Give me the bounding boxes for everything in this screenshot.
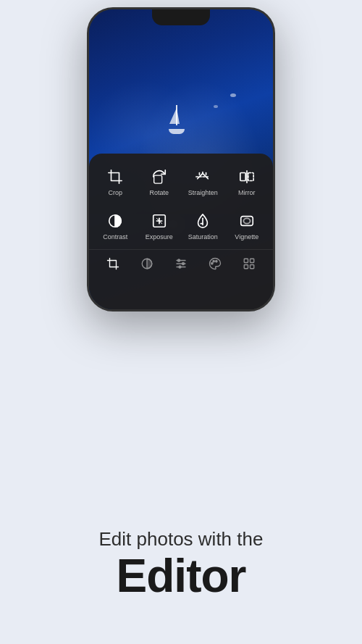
contrast-tool[interactable]: Contrast	[93, 205, 138, 246]
crop-tool[interactable]: Crop	[93, 161, 138, 202]
svg-rect-0	[153, 175, 161, 183]
nav-filters[interactable]	[139, 256, 155, 272]
rotate-tool[interactable]: Rotate	[138, 161, 182, 202]
phone-wrapper: Crop Rotate	[87, 7, 275, 311]
phone-screen: Crop Rotate	[89, 9, 273, 309]
vignette-tool[interactable]: Vignette	[225, 205, 269, 246]
phone-notch	[152, 9, 210, 25]
nav-adjust[interactable]	[173, 256, 189, 272]
tools-row-1: Crop Rotate	[89, 154, 273, 202]
svg-rect-29	[250, 264, 253, 268]
bottom-nav	[89, 249, 273, 280]
svg-point-21	[182, 262, 184, 264]
saturation-tool[interactable]: Saturation	[181, 205, 225, 246]
svg-point-22	[179, 266, 181, 268]
mirror-tool[interactable]: Mirror	[225, 161, 269, 202]
svg-point-24	[213, 260, 214, 262]
svg-rect-6	[240, 172, 245, 180]
nav-grid[interactable]	[241, 256, 257, 272]
svg-point-25	[216, 260, 217, 262]
text-section: Edit photos with the Editor	[0, 528, 362, 601]
nav-palette[interactable]	[207, 256, 223, 272]
title-text: Editor	[22, 552, 340, 601]
svg-rect-28	[244, 264, 248, 268]
exposure-tool[interactable]: Exposure	[138, 205, 182, 246]
svg-rect-27	[250, 259, 253, 262]
straighten-tool[interactable]: Straighten	[181, 161, 225, 202]
tools-panel: Crop Rotate	[89, 154, 273, 309]
boat	[167, 105, 187, 134]
svg-rect-26	[244, 259, 248, 262]
nav-crop[interactable]	[105, 256, 121, 272]
svg-point-23	[211, 262, 213, 264]
phone-frame: Crop Rotate	[87, 7, 275, 311]
tools-row-2: Contrast Exposure	[89, 202, 273, 246]
svg-point-20	[177, 259, 180, 262]
subtitle-text: Edit photos with the	[22, 528, 340, 551]
svg-point-15	[243, 218, 250, 223]
svg-rect-7	[248, 172, 253, 180]
